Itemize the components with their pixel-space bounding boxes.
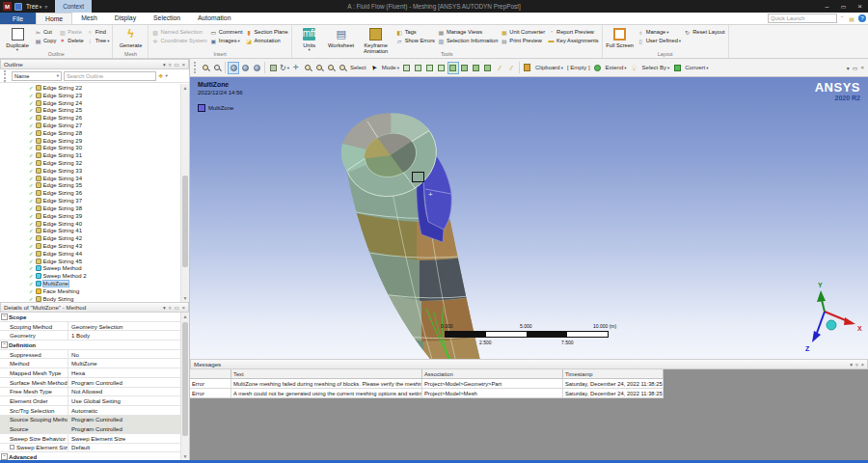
details-row[interactable]: Element OrderUse Global Setting — [0, 396, 181, 406]
select-edges-icon[interactable] — [413, 62, 424, 74]
outline-float-icon[interactable]: ▭ — [175, 62, 179, 68]
unit-converter-button[interactable]: Unit Converter — [501, 28, 545, 36]
keyframe-animation-button[interactable]: Keyframe Animation — [359, 27, 393, 54]
tree-item[interactable]: ✓Sweep Method 2 — [0, 272, 181, 280]
outline-toolbar-overflow-icon[interactable] — [165, 73, 167, 78]
outline-menu-icon[interactable]: ▾ — [163, 62, 166, 68]
outline-search-input[interactable] — [64, 71, 156, 81]
tree-item[interactable]: ✓Edge Sizing 45 — [0, 258, 181, 265]
select-filter-6-icon[interactable] — [471, 62, 482, 74]
orientation-triad[interactable]: Y X Z — [769, 275, 865, 359]
details-row-value[interactable]: Default — [68, 444, 181, 452]
tree-item[interactable]: ✓Edge Sizing 29 — [0, 137, 181, 145]
details-row-value[interactable]: Hexa — [68, 368, 181, 377]
select-active-filter-icon[interactable] — [448, 62, 459, 74]
tree-item[interactable]: ✓Edge Sizing 25 — [0, 106, 181, 114]
save-icon[interactable] — [14, 3, 22, 11]
checkbox[interactable] — [10, 445, 14, 449]
tree-item[interactable]: ✓Edge Sizing 36 — [0, 189, 181, 197]
pin-icon[interactable] — [44, 3, 47, 10]
print-preview-button[interactable]: Print Preview — [501, 37, 545, 44]
zoom-box-icon[interactable] — [302, 62, 313, 74]
details-row[interactable]: Sweep Size BehaviorSweep Element Size — [0, 434, 181, 444]
convert-icon[interactable] — [671, 62, 683, 74]
details-row[interactable]: MethodMultiZone — [0, 359, 181, 368]
name-filter-select[interactable]: Name — [12, 71, 62, 81]
details-pin-icon[interactable]: ▿ — [169, 305, 172, 311]
tree-item[interactable]: ✓Edge Sizing 43 — [0, 242, 181, 250]
selection-information-button[interactable]: Selection Information — [438, 37, 498, 44]
details-row[interactable]: Mapped Mesh TypeHexa — [0, 368, 181, 378]
details-row[interactable]: Src/Trg SelectionAutomatic — [0, 406, 181, 416]
graphics-viewport[interactable]: MultiZone 2022/12/24 14:56 MultiZone ANS… — [190, 77, 868, 359]
details-row[interactable]: Scoping MethodGeometry Selection — [0, 322, 181, 332]
tree-item[interactable]: ✓Edge Sizing 40 — [0, 220, 181, 228]
details-row-value[interactable]: Not Allowed — [68, 388, 181, 396]
worksheet-button[interactable]: Worksheet — [327, 27, 356, 48]
zoom-previous-icon[interactable] — [337, 62, 348, 74]
details-float-icon[interactable]: ▭ — [175, 305, 179, 311]
details-row[interactable]: SuppressedNo — [0, 350, 181, 360]
details-section-header[interactable]: Scope — [0, 313, 181, 322]
select-by-dropdown[interactable]: Select By — [642, 65, 670, 70]
details-row-value[interactable]: Geometry Selection — [68, 322, 181, 331]
scroll-up-icon[interactable]: ▲ — [181, 84, 189, 92]
details-row-value[interactable]: Use Global Setting — [68, 396, 181, 405]
manage-button[interactable]: Manage — [637, 28, 681, 36]
paste-button[interactable]: Paste — [59, 28, 83, 36]
user-defined-button[interactable]: User Defined — [637, 37, 681, 44]
details-section-header[interactable]: Advanced — [0, 452, 181, 460]
tags-button[interactable]: Tags — [396, 28, 435, 36]
details-section-header[interactable]: Definition — [0, 340, 181, 350]
details-row-value[interactable]: No — [68, 350, 181, 359]
tab-mesh[interactable]: Mesh — [72, 13, 106, 24]
details-row[interactable]: Free Mesh TypeNot Allowed — [0, 388, 181, 397]
select-bodies-icon[interactable] — [436, 62, 448, 74]
details-row-value[interactable]: 1 Body — [68, 331, 181, 340]
tree-item[interactable]: ✓Edge Sizing 27 — [0, 122, 181, 129]
message-row[interactable]: ErrorMultiZone meshing failed during mes… — [190, 379, 664, 389]
details-scrollbar[interactable]: ▲ ▼ — [180, 313, 189, 460]
tree-item[interactable]: ✓Edge Sizing 37 — [0, 197, 181, 204]
find-button[interactable]: Find — [87, 28, 110, 36]
tree-item[interactable]: ✓Edge Sizing 42 — [0, 234, 181, 242]
pan-view-icon[interactable] — [290, 62, 302, 74]
details-row[interactable]: Geometry1 Body — [0, 331, 181, 340]
help-icon[interactable] — [858, 14, 866, 22]
rotate-view-icon[interactable] — [279, 62, 290, 74]
tree-item[interactable]: ✓Sweep Method — [0, 265, 181, 273]
details-close-icon[interactable]: × — [182, 305, 185, 311]
rotate-mode-icon[interactable] — [228, 62, 239, 74]
pane-dropdown-icon[interactable]: ▾ — [847, 65, 850, 71]
tab-display[interactable]: Display — [106, 13, 145, 24]
cut-button[interactable]: Cut — [35, 28, 56, 36]
pane-restore-icon[interactable]: ▭ — [853, 65, 858, 71]
reset-layout-button[interactable]: Reset Layout — [684, 28, 725, 36]
details-menu-icon[interactable]: ▾ — [163, 305, 166, 311]
tree-item[interactable]: ✓Edge Sizing 39 — [0, 212, 181, 220]
zoom-all-icon[interactable] — [325, 62, 337, 74]
section-plane-button[interactable]: Section Plane — [246, 28, 288, 36]
details-row[interactable]: SourceProgram Controlled — [0, 424, 181, 434]
zoom-mode-icon[interactable] — [251, 62, 262, 74]
minimize-button[interactable] — [819, 0, 835, 13]
details-row-value[interactable]: Automatic — [68, 406, 181, 415]
select-by-icon[interactable] — [629, 62, 640, 74]
expand-options-icon[interactable] — [158, 72, 163, 79]
key-assignments-button[interactable]: Key Assignments — [548, 37, 599, 44]
quick-launch-input[interactable] — [768, 14, 837, 23]
outline-toolbar-grip[interactable] — [4, 70, 8, 82]
details-row-value[interactable]: Program Controlled — [68, 424, 181, 433]
clipboard-icon[interactable] — [522, 62, 533, 74]
messages-menu-icon[interactable]: ▾ — [850, 362, 853, 368]
outline-pin-icon[interactable]: ▿ — [169, 62, 172, 68]
outline-scrollbar[interactable]: ▲ ▼ — [180, 84, 189, 302]
generate-button[interactable]: Generate — [116, 27, 145, 48]
mode-dropdown[interactable]: Mode — [382, 65, 399, 70]
restore-button[interactable] — [835, 0, 852, 13]
named-selection-button[interactable]: Named Selection — [151, 28, 206, 36]
tree-item[interactable]: ✓Edge Sizing 33 — [0, 167, 181, 175]
close-button[interactable] — [852, 0, 868, 13]
tab-file[interactable]: File — [0, 13, 36, 24]
report-preview-button[interactable]: Report Preview — [548, 28, 599, 36]
